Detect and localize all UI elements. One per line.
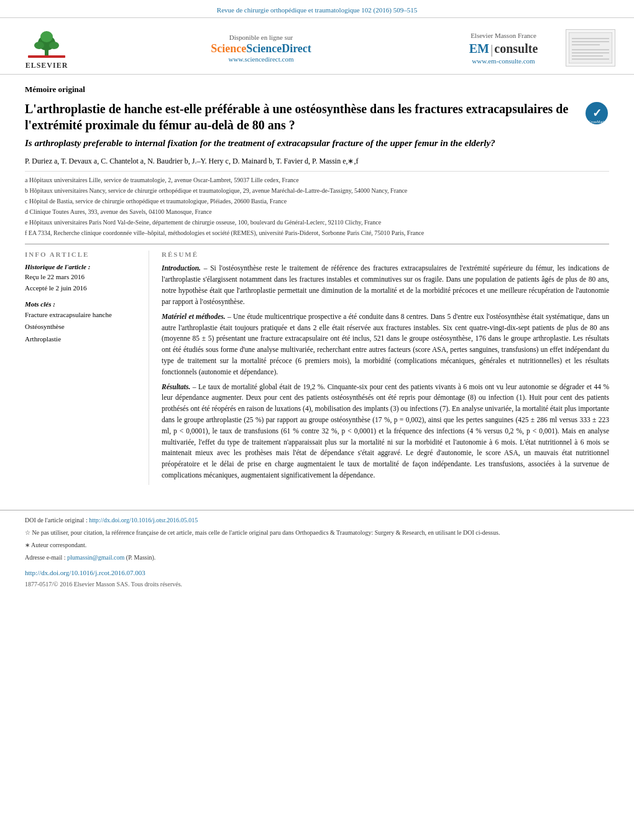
resultats-title: Résultats. [162,383,190,390]
footer-note: ☆ Ne pas utiliser, pour citation, la réf… [25,528,609,538]
crossmark-logo: ✓ CrossMark [584,101,609,126]
em-consulte-block: Elsevier Masson France EM | consulte www… [448,32,559,65]
svg-point-2 [34,42,44,49]
historique-label: Historique de l'article : [25,263,142,270]
mots-cles-list: Fracture extracapsulaire hanche Ostéosyn… [25,309,142,346]
article-title-fr: L'arthroplastie de hanche est-elle préfé… [25,101,584,133]
info-dates: Reçu le 22 mars 2016 Accepté le 2 juin 2… [25,272,142,293]
thumbnail-icon [569,32,612,63]
materiel-text: – Une étude multicentrique prospective a… [162,313,609,376]
mot-cle-1: Fracture extracapsulaire hanche [25,309,142,321]
email-link[interactable]: plumassin@gmail.com [67,554,124,561]
info-resume-columns: INFO ARTICLE Historique de l'article : R… [25,244,609,484]
section-label: Mémoire original [25,85,609,95]
footer-doi: DOI de l'article original : http://dx.do… [25,515,609,525]
sciencedirect-url[interactable]: www.sciencedirect.com [81,55,441,63]
authors: P. Duriez a, T. Devaux a, C. Chantelot a… [25,155,609,167]
title-row: L'arthroplastie de hanche est-elle préfé… [25,101,609,133]
journal-header: Revue de chirurgie orthopédique et traum… [0,0,634,18]
doi-link[interactable]: http://dx.doi.org/10.1016/j.otsr.2016.05… [89,517,198,524]
materiel-title: Matériel et méthodes. [162,313,226,320]
affiliations: a Hôpitaux universitaires Lille, service… [25,171,609,238]
resume-label: RÉSUMÉ [162,251,609,258]
footer: DOI de l'article original : http://dx.do… [0,510,634,590]
journal-title: Revue de chirurgie orthopédique et traum… [217,6,417,14]
resume-col: RÉSUMÉ Introduction. – Si l'ostéosynthès… [162,251,609,484]
mots-cles-label: Mots clés : [25,300,142,308]
svg-rect-5 [28,55,65,58]
footer-email: Adresse e-mail : plumassin@gmail.com (P.… [25,553,609,563]
svg-point-3 [49,42,59,49]
sciencedirect-block: Disponible en ligne sur ScienceScienceDi… [81,34,441,63]
info-article-col: INFO ARTICLE Historique de l'article : R… [25,251,149,484]
affil-c: c Hôpital de Bastia, service de chirurgi… [25,196,609,206]
resume-materiel: Matériel et méthodes. – Une étude multic… [162,312,609,378]
affil-d: d Clinique Toutes Aures, 393, avenue des… [25,207,609,216]
elsevier-tree-icon [28,25,65,60]
footer-author: ∗ Auteur correspondant. [25,540,609,550]
intro-title: Introduction. [162,264,201,272]
affil-e: e Hôpitaux universitaires Paris Nord Val… [25,218,609,227]
article-thumbnail [566,29,615,67]
article-doi-link[interactable]: http://dx.doi.org/10.1016/j.rcot.2016.07… [25,568,609,579]
resume-resultats: Résultats. – Le taux de mortalité global… [162,382,609,481]
svg-text:CrossMark: CrossMark [589,120,605,124]
resultats-text: – Le taux de mortalité global était de 1… [162,383,609,479]
footer-links: http://dx.doi.org/10.1016/j.rcot.2016.07… [25,568,609,590]
elsevier-logo: ELSEVIER [19,25,75,70]
mot-cle-3: Arthroplastie [25,333,142,346]
date-accepte: Accepté le 2 juin 2016 [25,283,142,294]
info-article-label: INFO ARTICLE [25,251,142,258]
intro-text: – Si l'ostéosynthèse reste le traitement… [162,264,609,305]
main-content: Mémoire original L'arthroplastie de hanc… [0,75,634,497]
resume-text: Introduction. – Si l'ostéosynthèse reste… [162,263,609,481]
copyright: 1877-0517/© 2016 Elsevier Masson SAS. To… [25,581,182,588]
publisher-header: ELSEVIER Disponible en ligne sur Science… [0,22,634,75]
em-consulte-logo: EM | consulte [448,41,559,57]
affil-b: b Hôpitaux universitaires Nancy, service… [25,186,609,195]
elsevier-masson-label: Elsevier Masson France [448,32,559,39]
affil-f: f EA 7334, Recherche clinique coordonnée… [25,228,609,238]
mot-cle-2: Ostéosynthèse [25,321,142,333]
em-consulte-url[interactable]: www.em-consulte.com [448,57,559,65]
resume-intro: Introduction. – Si l'ostéosynthèse reste… [162,263,609,307]
elsevier-label: ELSEVIER [25,61,68,70]
date-recu: Reçu le 22 mars 2016 [25,272,142,283]
svg-text:✓: ✓ [592,107,602,119]
affil-a: a Hôpitaux universitaires Lille, service… [25,175,609,185]
available-label: Disponible en ligne sur [81,34,441,41]
article-title-en: Is arthroplasty preferable to internal f… [25,137,609,149]
svg-point-4 [40,31,53,42]
sciencedirect-name: ScienceScienceDirect [81,42,441,55]
